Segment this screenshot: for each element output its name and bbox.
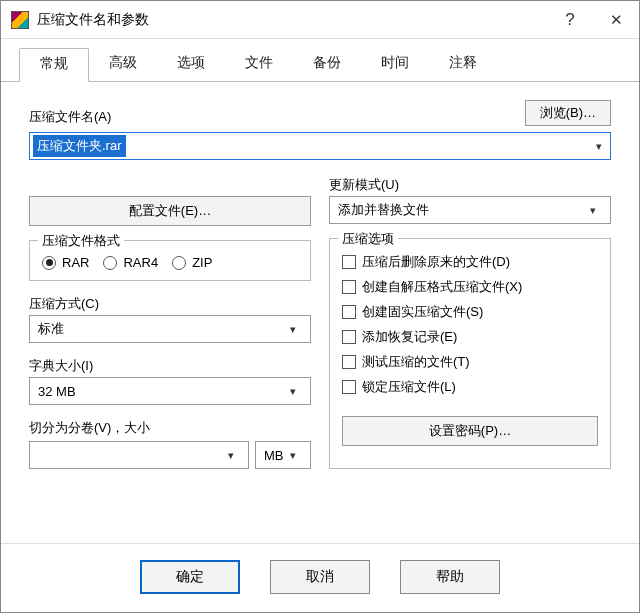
opt-delete-after[interactable]: 压缩后删除原来的文件(D) <box>342 253 598 271</box>
dict-label: 字典大小(I) <box>29 357 311 375</box>
archive-name-input[interactable]: 压缩文件夹.rar ▾ <box>29 132 611 160</box>
split-label: 切分为分卷(V)，大小 <box>29 419 311 437</box>
tab-options[interactable]: 选项 <box>157 48 225 82</box>
method-select[interactable]: 标准 ▾ <box>29 315 311 343</box>
opt-test-label: 测试压缩的文件(T) <box>362 353 470 371</box>
help-icon[interactable]: ? <box>547 1 593 39</box>
tab-files[interactable]: 文件 <box>225 48 293 82</box>
chevron-down-icon: ▾ <box>282 385 304 398</box>
opt-sfx-label: 创建自解压格式压缩文件(X) <box>362 278 522 296</box>
tab-general[interactable]: 常规 <box>19 48 89 82</box>
archive-name-value: 压缩文件夹.rar <box>33 135 126 157</box>
format-zip-radio[interactable]: ZIP <box>172 255 212 270</box>
radio-icon <box>172 256 186 270</box>
browse-button[interactable]: 浏览(B)… <box>525 100 611 126</box>
right-column: 更新模式(U) 添加并替换文件 ▾ 压缩选项 压缩后删除原来的文件(D) <box>329 176 611 469</box>
dict-select[interactable]: 32 MB ▾ <box>29 377 311 405</box>
opt-lock[interactable]: 锁定压缩文件(L) <box>342 378 598 396</box>
opt-solid-label: 创建固实压缩文件(S) <box>362 303 483 321</box>
opt-recovery[interactable]: 添加恢复记录(E) <box>342 328 598 346</box>
method-value: 标准 <box>38 320 64 338</box>
left-column: 配置文件(E)… 压缩文件格式 RAR RAR4 <box>29 176 311 469</box>
tab-bar: 常规 高级 选项 文件 备份 时间 注释 <box>1 39 639 82</box>
checkbox-icon <box>342 255 356 269</box>
help-button[interactable]: 帮助 <box>400 560 500 594</box>
format-rar-label: RAR <box>62 255 89 270</box>
format-rar-radio[interactable]: RAR <box>42 255 89 270</box>
update-mode-value: 添加并替换文件 <box>338 201 429 219</box>
format-rar4-radio[interactable]: RAR4 <box>103 255 158 270</box>
checkbox-icon <box>342 280 356 294</box>
opt-lock-label: 锁定压缩文件(L) <box>362 378 456 396</box>
tab-time[interactable]: 时间 <box>361 48 429 82</box>
close-icon[interactable]: ✕ <box>593 1 639 39</box>
tab-comment[interactable]: 注释 <box>429 48 497 82</box>
format-group: 压缩文件格式 RAR RAR4 ZIP <box>29 240 311 281</box>
ok-button[interactable]: 确定 <box>140 560 240 594</box>
chevron-down-icon: ▾ <box>282 323 304 336</box>
format-zip-label: ZIP <box>192 255 212 270</box>
dict-value: 32 MB <box>38 384 76 399</box>
tab-backup[interactable]: 备份 <box>293 48 361 82</box>
archive-name-label: 压缩文件名(A) <box>29 108 515 126</box>
chevron-down-icon: ▾ <box>282 449 304 462</box>
options-group: 压缩选项 压缩后删除原来的文件(D) 创建自解压格式压缩文件(X) 创建固 <box>329 238 611 469</box>
split-size-input[interactable]: ▾ <box>29 441 249 469</box>
chevron-down-icon: ▾ <box>220 449 242 462</box>
chevron-down-icon[interactable]: ▾ <box>588 140 610 153</box>
format-group-title: 压缩文件格式 <box>38 232 124 250</box>
window-title: 压缩文件名和参数 <box>37 11 547 29</box>
options-group-title: 压缩选项 <box>338 230 398 248</box>
checkbox-icon <box>342 380 356 394</box>
split-unit-value: MB <box>264 448 284 463</box>
update-mode-label: 更新模式(U) <box>329 176 611 194</box>
profiles-button[interactable]: 配置文件(E)… <box>29 196 311 226</box>
cancel-button[interactable]: 取消 <box>270 560 370 594</box>
opt-delete-after-label: 压缩后删除原来的文件(D) <box>362 253 510 271</box>
opt-solid[interactable]: 创建固实压缩文件(S) <box>342 303 598 321</box>
dialog-body: 压缩文件名(A) 浏览(B)… 压缩文件夹.rar ▾ 配置文件(E)… 压缩文… <box>1 82 639 543</box>
opt-test[interactable]: 测试压缩的文件(T) <box>342 353 598 371</box>
radio-icon <box>42 256 56 270</box>
checkbox-icon <box>342 305 356 319</box>
titlebar: 压缩文件名和参数 ? ✕ <box>1 1 639 39</box>
update-mode-select[interactable]: 添加并替换文件 ▾ <box>329 196 611 224</box>
opt-sfx[interactable]: 创建自解压格式压缩文件(X) <box>342 278 598 296</box>
chevron-down-icon: ▾ <box>582 204 604 217</box>
checkbox-icon <box>342 355 356 369</box>
dialog-window: 压缩文件名和参数 ? ✕ 常规 高级 选项 文件 备份 时间 注释 压缩文件名(… <box>0 0 640 613</box>
split-unit-select[interactable]: MB ▾ <box>255 441 311 469</box>
dialog-footer: 确定 取消 帮助 <box>1 543 639 612</box>
checkbox-icon <box>342 330 356 344</box>
radio-icon <box>103 256 117 270</box>
opt-recovery-label: 添加恢复记录(E) <box>362 328 457 346</box>
set-password-button[interactable]: 设置密码(P)… <box>342 416 598 446</box>
tab-advanced[interactable]: 高级 <box>89 48 157 82</box>
method-label: 压缩方式(C) <box>29 295 311 313</box>
app-icon <box>11 11 29 29</box>
format-rar4-label: RAR4 <box>123 255 158 270</box>
